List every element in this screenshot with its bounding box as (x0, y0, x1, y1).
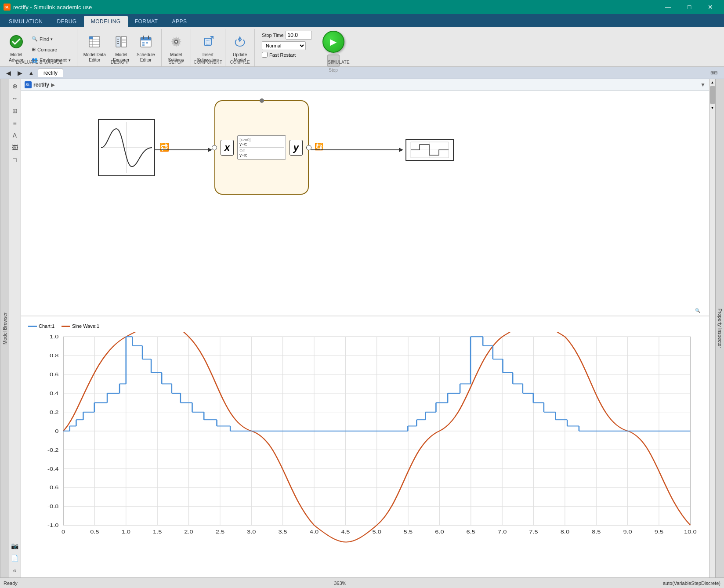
diagram-area[interactable]: 🔁 x [x>=0] (21, 91, 709, 316)
scroll-down-button[interactable]: ▼ (710, 105, 716, 111)
run-button[interactable]: ▶ (322, 31, 344, 53)
model-data-editor-button[interactable]: Model DataEditor (81, 36, 109, 62)
compare-button[interactable]: ⊞ Compare (29, 45, 73, 54)
find-button[interactable]: 🔍 Find ▾ (29, 34, 73, 44)
sidebar-zoom-icon[interactable]: ⊞ (10, 105, 20, 116)
fast-restart-row: Fast Restart (262, 52, 312, 58)
maximize-button[interactable]: □ (679, 0, 699, 14)
icon-size-button[interactable]: ⊞⊟ (707, 68, 720, 78)
window-title: rectify - Simulink academic use (13, 4, 92, 11)
simulation-mode-status: auto(VariableStepDiscrete) (663, 581, 720, 586)
back-button[interactable]: ◀ (4, 68, 13, 78)
toolbar-group-design: Model DataEditor ModelExplorer (77, 29, 162, 66)
svg-text:4.0: 4.0 (310, 529, 319, 534)
breadcrumb: rectify (38, 69, 63, 77)
insert-subsystem-button[interactable]: ⬚ InsertSubsystem (195, 36, 221, 62)
svg-text:9.5: 9.5 (655, 529, 663, 534)
zoom-indicator: 🔍 (695, 308, 700, 313)
param-port (260, 98, 264, 103)
svg-text:0.8: 0.8 (50, 353, 58, 359)
model-browser-tab[interactable]: Model Browser (0, 79, 9, 577)
breadcrumb-tab[interactable]: rectify (38, 69, 63, 77)
tab-debug[interactable]: DEBUG (50, 16, 83, 27)
sidebar-collapse-icon[interactable]: « (10, 565, 20, 576)
signal-arrow-1 (155, 143, 217, 156)
scroll-up-button[interactable]: ▲ (710, 79, 716, 85)
sidebar-box-icon[interactable]: □ (10, 155, 20, 165)
sidebar-text-icon[interactable]: A (10, 130, 20, 141)
model-data-editor-icon (87, 35, 101, 51)
chart-area: Chart:1 Sine Wave:1 (21, 316, 709, 577)
simulation-mode-select[interactable]: Normal Accelerator Rapid Accelerator (262, 41, 306, 50)
svg-point-25 (175, 41, 177, 43)
svg-text:5.5: 5.5 (404, 529, 413, 534)
model-advisor-button[interactable]: ModelAdvisor (5, 36, 27, 62)
svg-text:-0.4: -0.4 (47, 466, 58, 472)
run-stop-group: ▶ ■ Stop (319, 29, 348, 74)
tab-modeling[interactable]: MODELING (84, 16, 128, 27)
insert-subsystem-icon: ⬚ (201, 35, 215, 51)
legend-sinewave1: Sine Wave:1 (62, 323, 99, 329)
tab-apps[interactable]: APPS (165, 16, 194, 27)
sidebar-image-icon[interactable]: 🖼 (10, 142, 20, 153)
stop-time-input[interactable] (286, 31, 312, 40)
svg-text:0.5: 0.5 (90, 529, 99, 534)
right-scrollbar: ▲ ▼ (709, 79, 715, 577)
chart-container: 1.0 0.8 0.6 0.4 0.2 0 -0.2 -0.4 -0.6 -0.… (28, 332, 702, 543)
sidebar-arrange-icon[interactable]: ≡ (10, 118, 20, 128)
compare-icon: ⊞ (32, 47, 36, 52)
sine-wave-block[interactable] (98, 119, 155, 176)
svg-text:0.6: 0.6 (50, 372, 58, 377)
model-path-bar: SL rectify ▶ ▼ (21, 79, 709, 91)
svg-text:8.5: 8.5 (592, 529, 601, 534)
sidebar-doc-icon[interactable]: 📄 (10, 553, 20, 563)
toolbar-group-simulate: Stop Time Normal Accelerator Rapid Accel… (255, 29, 351, 66)
status-bar: Ready 363% auto(VariableStepDiscrete) (0, 577, 724, 588)
fast-restart-checkbox[interactable] (262, 52, 268, 58)
svg-text:6.5: 6.5 (467, 529, 475, 534)
app-icon: SL (4, 4, 11, 11)
path-expand-button[interactable]: ▼ (700, 82, 706, 88)
svg-text:⬚: ⬚ (206, 39, 210, 45)
compile-label: COMPILE (230, 60, 250, 65)
input-label: x (221, 140, 234, 156)
property-inspector-tab[interactable]: Property Inspector (715, 79, 724, 577)
stop-time-label: Stop Time (262, 33, 284, 38)
svg-text:7.0: 7.0 (498, 529, 507, 534)
sidebar-pan-icon[interactable]: ↔ (10, 93, 20, 104)
model-advisor-icon (9, 35, 23, 51)
sidebar-camera-icon[interactable]: 📷 (10, 541, 20, 551)
legend-chart1: Chart:1 (28, 323, 54, 329)
zoom-level: 363% (334, 581, 346, 586)
toolbar-group-compile: UpdateModel COMPILE (225, 29, 255, 66)
left-sidebar: ⊕ ↔ ⊞ ≡ A 🖼 □ 📷 📄 « (9, 79, 21, 577)
svg-rect-21 (146, 42, 148, 44)
model-settings-button[interactable]: ModelSettings (165, 36, 187, 62)
tab-format[interactable]: FORMAT (128, 16, 165, 27)
design-label: DESIGN (111, 60, 127, 65)
schedule-editor-button[interactable]: ScheduleEditor (134, 36, 158, 62)
svg-text:8.0: 8.0 (561, 529, 569, 534)
minimize-button[interactable]: — (658, 0, 678, 14)
main-body: Model Browser ⊕ ↔ ⊞ ≡ A 🖼 □ 📷 📄 « SL rec… (0, 79, 724, 577)
toolbar: ModelAdvisor 🔍 Find ▾ ⊞ Compare 👥 Enviro… (0, 27, 724, 67)
forward-button[interactable]: ▶ (15, 68, 25, 78)
scope-block[interactable] (405, 139, 454, 161)
up-button[interactable]: ▲ (26, 68, 36, 78)
svg-text:5.0: 5.0 (372, 529, 381, 534)
scroll-thumb[interactable] (710, 86, 715, 104)
toolbar-group-evaluate: ModelAdvisor 🔍 Find ▾ ⊞ Compare 👥 Enviro… (2, 29, 77, 66)
update-model-icon (233, 35, 247, 51)
svg-rect-20 (142, 42, 145, 44)
svg-text:-0.6: -0.6 (47, 485, 58, 490)
sidebar-fit-icon[interactable]: ⊕ (10, 81, 20, 91)
model-path-name: rectify (33, 82, 49, 88)
model-explorer-button[interactable]: ModelExplorer (110, 36, 132, 62)
model-settings-icon (169, 35, 183, 51)
environment-dropdown-icon: ▾ (69, 58, 71, 62)
close-button[interactable]: ✕ (700, 0, 720, 14)
subsystem-block[interactable]: x [x>=0] y=x; Off y=0; y (214, 100, 309, 195)
tab-simulation[interactable]: SIMULATION (2, 16, 50, 27)
svg-text:3.0: 3.0 (247, 529, 256, 534)
update-model-button[interactable]: UpdateModel (229, 36, 251, 62)
